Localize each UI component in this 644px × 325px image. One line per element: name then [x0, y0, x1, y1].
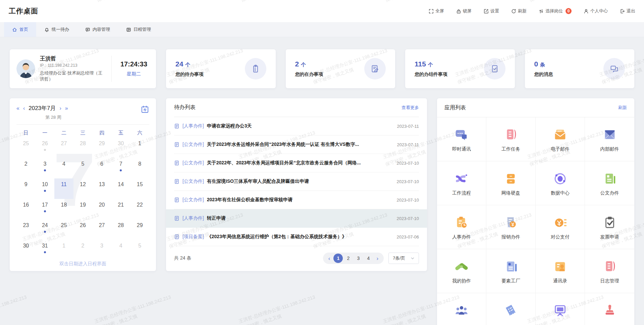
todo-item[interactable]: [项目备案] 《2023年局信息系统运行维护（第2包：基础办公系统技术服务）》 … [174, 228, 419, 246]
page-button-3[interactable]: 3 [354, 254, 363, 263]
calendar-day[interactable]: 7 [111, 158, 130, 178]
prev-month-arrow[interactable]: ‹ [23, 106, 25, 111]
calendar-day[interactable]: 11 [54, 178, 73, 199]
page-button-2[interactable]: 2 [343, 254, 353, 263]
header-action-logout[interactable]: 退出 [620, 8, 635, 14]
header-action-lockscreen[interactable]: 锁屏 [456, 8, 472, 14]
calendar-day[interactable]: 2 [73, 240, 93, 260]
app-org[interactable] [437, 293, 486, 325]
calendar-day[interactable]: 27 [54, 138, 73, 158]
calendar-day[interactable]: 2 [16, 158, 36, 178]
page-button-4[interactable]: 4 [364, 254, 373, 263]
prev-page-arrow[interactable]: ‹ [326, 256, 333, 261]
todo-tag[interactable]: [项目备案] [182, 234, 204, 240]
calendar-day[interactable]: 1 [130, 138, 149, 158]
todo-item[interactable]: [人事办件] 转正申请 2023-07-10 [166, 209, 427, 228]
tab-0[interactable]: 首页 [4, 22, 36, 37]
todo-item[interactable]: [公文办件] 2023年有生社保公积金基数申报审核申请 2023-07-10 [174, 191, 419, 209]
app-task[interactable]: 工作任务 [486, 117, 536, 161]
calendar-hint[interactable]: 双击日期进入日程界面 [16, 261, 149, 267]
app-board[interactable] [536, 293, 585, 325]
calendar-day[interactable]: 27 [92, 219, 111, 240]
header-action-fullscreen[interactable]: 全屏 [429, 8, 444, 14]
app-data[interactable]: 数据中心 [536, 161, 585, 205]
stat-card-2[interactable]: 115 个 您的办结件事项 [405, 49, 515, 88]
calendar-day[interactable]: 4 [111, 240, 130, 260]
calendar-day[interactable]: 30 [16, 240, 36, 260]
calendar-day[interactable]: 31 [36, 240, 55, 260]
app-hr[interactable]: 人事办件 [437, 205, 486, 249]
todo-item[interactable]: [人事办件] 申请在家远程办公3天 2023-07-11 [174, 117, 419, 136]
refresh-apps-link[interactable]: 刷新 [618, 105, 627, 111]
app-stamp[interactable] [585, 293, 634, 325]
app-expense[interactable]: 报销办件 [486, 205, 536, 249]
todo-item[interactable]: [公文办件] 关于2023年水务运维外采合同“2023年水务局统一认证 有生博大… [174, 136, 419, 154]
calendar-day[interactable]: 3 [36, 158, 55, 178]
view-more-link[interactable]: 查看更多 [401, 105, 419, 111]
calendar-day[interactable]: 25 [54, 219, 73, 240]
todo-tag[interactable]: [公文办件] [182, 142, 204, 148]
calendar-day[interactable]: 28 [73, 138, 93, 158]
calendar-day[interactable]: 13 [92, 178, 111, 199]
calendar-day[interactable]: 12 [73, 178, 93, 199]
calendar-day[interactable]: 5 [130, 240, 149, 260]
app-inmail[interactable]: 内部邮件 [585, 117, 634, 161]
app-drive[interactable]: 网络硬盘 [486, 161, 536, 205]
prev-year-arrow[interactable]: « [16, 106, 19, 111]
calendar-day[interactable]: 8 [130, 158, 149, 178]
app-factory[interactable]: 要素工厂 [486, 249, 536, 293]
todo-item[interactable]: [公文办件] 有生深境ISO三体系年审人员配合及牌匾借出申请 2023-07-1… [174, 172, 419, 191]
calendar-day[interactable]: 18 [54, 199, 73, 219]
calendar-day[interactable]: 5 [73, 158, 93, 178]
stat-card-3[interactable]: 0 条 您的消息 [525, 49, 635, 88]
app-mail[interactable]: 电子邮件 [536, 117, 585, 161]
calendar-day[interactable]: 9 [16, 178, 36, 199]
app-journal[interactable]: 日志管理 [585, 249, 634, 293]
todo-tag[interactable]: [公文办件] [182, 160, 204, 166]
app-collab[interactable]: 我的协作 [437, 249, 486, 293]
calendar-day[interactable]: 26 [73, 219, 93, 240]
header-action-personal-center[interactable]: 个人中心 [584, 8, 608, 14]
tab-1[interactable]: 统一待办 [36, 22, 77, 37]
calendar-day[interactable]: 17 [36, 199, 55, 219]
app-invoice[interactable]: 发票申请 [585, 205, 634, 249]
todo-tag[interactable]: [人事办件] [182, 123, 204, 129]
page-button-1[interactable]: 1 [333, 254, 343, 263]
avatar[interactable] [16, 59, 35, 78]
tab-3[interactable]: 日程管理 [118, 22, 159, 37]
calendar-day[interactable]: 22 [130, 199, 149, 219]
tab-2[interactable]: 内容管理 [77, 22, 118, 37]
today-icon[interactable]: 今 [141, 105, 149, 115]
todo-item[interactable]: [公文办件] 关于2022年、2023年水务局运维项目外采“北京市政务云服务合同… [174, 154, 419, 172]
calendar-day[interactable]: 21 [111, 199, 130, 219]
calendar-day[interactable]: 16 [16, 199, 36, 219]
todo-tag[interactable]: [公文办件] [182, 197, 204, 203]
header-action-settings[interactable]: 设置 [484, 8, 499, 14]
calendar-day[interactable]: 25 [16, 138, 36, 158]
calendar-day[interactable]: 10 [36, 178, 55, 199]
calendar-day[interactable]: 28 [111, 219, 130, 240]
calendar-day[interactable]: 1 [54, 240, 73, 260]
calendar-day[interactable]: 19 [73, 199, 93, 219]
calendar-day[interactable]: 23 [16, 219, 36, 240]
calendar-day[interactable]: 29 [92, 138, 111, 158]
app-pay[interactable]: 对公支付 [536, 205, 585, 249]
app-chat[interactable]: 即时通讯 [437, 117, 486, 161]
app-flow[interactable]: 工作流程 [437, 161, 486, 205]
todo-tag[interactable]: [人事办件] [182, 215, 204, 221]
app-receipt[interactable] [486, 293, 536, 325]
app-contacts[interactable]: 通讯录 [536, 249, 585, 293]
calendar-day[interactable]: 6 [92, 158, 111, 178]
calendar-day[interactable]: 30 [111, 138, 130, 158]
next-month-arrow[interactable]: › [60, 106, 61, 111]
app-gdoc[interactable]: 公文办件 [585, 161, 634, 205]
calendar-day[interactable]: 15 [130, 178, 149, 199]
header-action-select-post[interactable]: 选择岗位 0 [539, 8, 572, 14]
header-action-refresh[interactable]: 刷新 [511, 8, 527, 14]
calendar-day[interactable]: 14 [111, 178, 130, 199]
calendar-day[interactable]: 3 [92, 240, 111, 260]
calendar-day[interactable]: 4 [54, 158, 73, 178]
calendar-day[interactable]: 29 [130, 219, 149, 240]
next-page-arrow[interactable]: › [374, 256, 381, 261]
stat-card-0[interactable]: 24 个 您的待办事项 [166, 49, 276, 88]
